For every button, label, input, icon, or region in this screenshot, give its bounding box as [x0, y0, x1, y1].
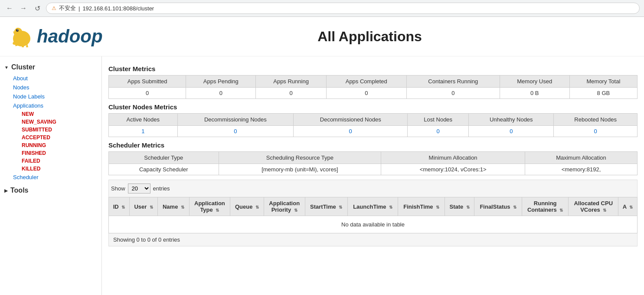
no-data-cell: No data available in table — [109, 216, 637, 233]
val-scheduler-type: Capacity Scheduler — [109, 164, 219, 175]
sidebar-sublink-failed[interactable]: FAILED — [17, 157, 101, 165]
sidebar: ▼ Cluster About Nodes Node Labels Applic… — [0, 56, 102, 295]
sort-finish-icon: ⇅ — [436, 205, 439, 210]
col-apps-submitted: Apps Submitted — [109, 75, 186, 88]
link-rebooted-nodes[interactable]: 0 — [594, 128, 597, 134]
sidebar-link-scheduler[interactable]: Scheduler — [9, 173, 101, 182]
show-label: Show — [111, 185, 125, 192]
val-apps-pending: 0 — [186, 88, 256, 99]
val-unhealthy-nodes: 0 — [469, 126, 554, 137]
cluster-label: Cluster — [11, 63, 35, 71]
content-area: Cluster Metrics Apps Submitted Apps Pend… — [102, 56, 644, 295]
col-minimum-allocation: Minimum Allocation — [381, 152, 525, 164]
security-text: 不安全 — [59, 4, 76, 12]
val-apps-completed: 0 — [326, 88, 406, 99]
col-scheduling-resource-type: Scheduling Resource Type — [219, 152, 381, 164]
svg-point-4 — [17, 30, 18, 30]
th-allocated-cpu[interactable]: Allocated CPUVCores ⇅ — [569, 197, 618, 216]
val-containers-running: 0 — [406, 88, 500, 99]
sort-priority-icon: ⇅ — [294, 208, 297, 213]
th-start-time[interactable]: StartTime ⇅ — [305, 197, 347, 216]
sort-final-icon: ⇅ — [513, 205, 517, 210]
apps-table-wrapper: ID ⇅ User ⇅ Name ⇅ ApplicationType ⇅ Que… — [108, 197, 637, 233]
col-memory-used: Memory Used — [500, 75, 569, 88]
sidebar-sublink-new[interactable]: NEW — [17, 110, 101, 118]
sidebar-sublink-new-saving[interactable]: NEW_SAVING — [17, 118, 101, 126]
tools-section: ▶ Tools — [0, 184, 101, 197]
th-state[interactable]: State ⇅ — [445, 197, 474, 216]
page-title-area: All Applications — [104, 29, 635, 45]
forward-button[interactable]: → — [18, 3, 29, 13]
hadoop-logo: hadoop — [9, 23, 104, 49]
th-launch-time[interactable]: LaunchTime ⇅ — [347, 197, 398, 216]
scheduler-metrics-table: Scheduler Type Scheduling Resource Type … — [108, 151, 637, 175]
th-application-priority[interactable]: ApplicationPriority ⇅ — [264, 197, 305, 216]
applications-sublinks: NEW NEW_SAVING SUBMITTED ACCEPTED RUNNIN… — [9, 110, 101, 173]
col-apps-pending: Apps Pending — [186, 75, 256, 88]
cluster-nodes-metrics-title: Cluster Nodes Metrics — [108, 103, 637, 111]
th-name[interactable]: Name ⇅ — [158, 197, 189, 216]
sidebar-sublink-finished[interactable]: FINISHED — [17, 149, 101, 157]
link-unhealthy-nodes[interactable]: 0 — [510, 128, 513, 134]
sidebar-link-node-labels[interactable]: Node Labels — [9, 92, 101, 101]
link-decommissioned-nodes[interactable]: 0 — [349, 128, 352, 134]
hadoop-elephant-icon — [9, 23, 35, 49]
col-containers-running: Containers Running — [406, 75, 500, 88]
sidebar-link-about[interactable]: About — [9, 74, 101, 83]
url-separator: | — [78, 5, 80, 12]
th-running-containers[interactable]: RunningContainers ⇅ — [522, 197, 569, 216]
no-data-row: No data available in table — [109, 216, 637, 233]
cluster-links: About Nodes Node Labels Applications NEW… — [0, 74, 101, 182]
val-decommissioning-nodes: 0 — [177, 126, 294, 137]
sidebar-sublink-killed[interactable]: KILLED — [17, 165, 101, 173]
page-header: hadoop All Applications — [0, 17, 644, 56]
val-memory-used: 0 B — [500, 88, 569, 99]
showing-entries: Showing 0 to 0 of 0 entries — [108, 233, 637, 246]
th-queue[interactable]: Queue ⇅ — [230, 197, 264, 216]
cluster-metrics-title: Cluster Metrics — [108, 65, 637, 72]
sort-state-icon: ⇅ — [466, 205, 470, 210]
sort-id-icon: ⇅ — [121, 205, 125, 210]
address-bar[interactable]: ⚠ 不安全 | 192.168.61.101:8088/cluster — [46, 3, 640, 14]
col-decommissioning-nodes: Decommissioning Nodes — [177, 114, 294, 126]
link-active-nodes[interactable]: 1 — [141, 128, 144, 134]
showing-entries-text: Showing 0 to 0 of 0 entries — [113, 236, 180, 243]
sort-running-icon: ⇅ — [559, 208, 563, 213]
logo-text: hadoop — [37, 26, 103, 47]
th-id[interactable]: ID ⇅ — [109, 197, 130, 216]
th-allocated-memory[interactable]: A ⇅ — [618, 197, 637, 216]
th-application-type[interactable]: ApplicationType ⇅ — [189, 197, 230, 216]
val-active-nodes: 1 — [109, 126, 178, 137]
th-final-status[interactable]: FinalStatus ⇅ — [474, 197, 522, 216]
sidebar-sublink-running[interactable]: RUNNING — [17, 141, 101, 149]
col-memory-total: Memory Total — [569, 75, 637, 88]
security-warning-icon: ⚠ — [52, 5, 56, 11]
cluster-triangle: ▼ — [4, 65, 9, 70]
cluster-nodes-metrics-table: Active Nodes Decommissioning Nodes Decom… — [108, 113, 637, 137]
val-apps-submitted: 0 — [109, 88, 186, 99]
url-text: 192.168.61.101:8088/cluster — [82, 5, 154, 12]
reload-button[interactable]: ↺ — [32, 3, 42, 13]
back-button[interactable]: ← — [4, 3, 15, 13]
th-finish-time[interactable]: FinishTime ⇅ — [398, 197, 445, 216]
link-lost-nodes[interactable]: 0 — [437, 128, 440, 134]
sort-start-icon: ⇅ — [339, 205, 342, 210]
sidebar-link-applications[interactable]: Applications — [9, 101, 101, 110]
entries-select[interactable]: 10 20 50 100 — [128, 184, 150, 193]
page-title: All Applications — [104, 29, 635, 45]
cluster-section-header[interactable]: ▼ Cluster — [0, 61, 101, 74]
val-rebooted-nodes: 0 — [554, 126, 637, 137]
svg-point-3 — [16, 29, 19, 32]
show-entries-bar: Show 10 20 50 100 entries — [108, 180, 637, 197]
tools-section-header[interactable]: ▶ Tools — [0, 184, 101, 197]
th-user[interactable]: User ⇅ — [130, 197, 158, 216]
sidebar-link-nodes[interactable]: Nodes — [9, 83, 101, 92]
col-apps-running: Apps Running — [256, 75, 326, 88]
sidebar-sublink-accepted[interactable]: ACCEPTED — [17, 134, 101, 141]
val-scheduling-resource-type: [memory-mb (unit=Mi), vcores] — [219, 164, 381, 175]
sidebar-sublink-submitted[interactable]: SUBMITTED — [17, 126, 101, 134]
col-lost-nodes: Lost Nodes — [408, 114, 469, 126]
val-memory-total: 8 GB — [569, 88, 637, 99]
val-lost-nodes: 0 — [408, 126, 469, 137]
link-decommissioning-nodes[interactable]: 0 — [234, 128, 237, 134]
